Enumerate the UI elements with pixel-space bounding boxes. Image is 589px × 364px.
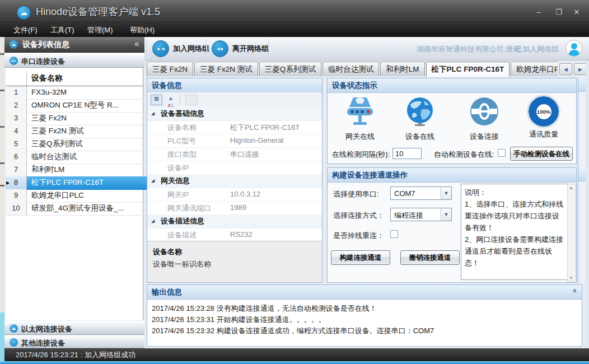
sidebar-title: 设备列表信息 — [22, 40, 69, 50]
other-section-label: 其他连接设备 — [21, 338, 65, 348]
property-pages-icon — [185, 95, 198, 105]
property-row[interactable]: 设备名称松下PLC FP0R-C16T — [147, 120, 322, 134]
property-description-text: 设备唯一标识名称 — [153, 259, 211, 269]
log-line: 2017/4/26 15:23:31 开始构建设备连接通道。。。。。 — [152, 314, 577, 325]
background-window-sliver — [0, 0, 4, 364]
tab-scroll-left-icon[interactable]: ◀ — [559, 63, 572, 75]
status-bar-text: 2017/4/26 15:23:21 : 加入网络组成功 — [16, 351, 135, 359]
tab-panasonic-fp0r[interactable]: 松下PLC FP0R-C16T — [426, 62, 510, 77]
property-row[interactable]: 网关通讯端口1989 — [147, 201, 322, 215]
channel-ops-panel: 构建设备连接通道操作 选择使用串口: COM7 ▼ 选择连接方式： 编程连接 ▼… — [327, 167, 577, 283]
gateway-icon — [344, 96, 376, 127]
toolbar-separator — [269, 39, 269, 58]
property-row[interactable]: 设备描述RS232 — [147, 228, 322, 242]
categorized-view-icon[interactable]: ⊞ — [151, 95, 162, 105]
output-collapse-icon[interactable]: » — [570, 289, 578, 293]
device-info-header: 设备信息 — [147, 78, 322, 93]
auto-check-label: 自动检测设备在线: — [434, 150, 494, 160]
reconnect-checkbox[interactable] — [390, 230, 398, 238]
serial-select-label: 选择使用串口: — [333, 189, 379, 199]
status-bar: 2017/4/26 15:23:21 : 加入网络组成功 — [4, 348, 589, 361]
join-network-button[interactable]: ►◄ 加入网络组 — [152, 40, 209, 57]
mode-select-combo[interactable]: 编程连接 ▼ — [390, 208, 452, 221]
toolbar-separator — [180, 95, 180, 105]
sidebar-section-serial[interactable]: ••• 串口连接设备 — [4, 53, 144, 68]
join-network-icon: ►◄ — [152, 40, 169, 57]
tab-omron[interactable]: 欧姆龙串口PLC — [511, 62, 558, 76]
minimize-button[interactable]: – — [531, 7, 546, 17]
connector-icon — [469, 96, 499, 127]
chevron-down-icon[interactable]: ▼ — [441, 187, 451, 199]
mode-combo-value: 编程连接 — [394, 211, 423, 221]
output-panel: 输出信息 » 2017/4/26 15:23:28 没有构建连接通道，无法自动检… — [147, 284, 582, 347]
property-description-title: 设备名称 — [153, 247, 182, 257]
property-row[interactable]: 接口类型串口连接 — [147, 147, 322, 161]
sidebar-section-ethernet[interactable]: ☁ 以太网连接设备 — [4, 321, 144, 335]
manual-check-button[interactable]: 手动检测设备在线 — [510, 147, 573, 161]
tab-mitsubishi-q[interactable]: 三菱Q系列测试 — [259, 62, 322, 76]
output-log: 2017/4/26 15:23:28 没有构建连接通道，无法自动检测设备是否在线… — [152, 303, 577, 337]
output-title: 输出信息 — [152, 287, 182, 297]
log-line: 2017/4/26 15:23:28 没有构建连接通道，无法自动检测设备是否在线… — [152, 303, 577, 314]
leave-network-icon: ◄► — [212, 40, 228, 57]
avatar-head-icon — [571, 43, 577, 49]
menu-tools[interactable]: 工具(T) — [50, 25, 74, 35]
property-row[interactable]: PLC型号Hignton-General — [147, 134, 322, 148]
menu-help[interactable]: 帮助(H) — [130, 25, 155, 35]
background-window-sliver-bottom — [0, 312, 4, 362]
selected-row-marker-icon: ▶ — [6, 180, 10, 185]
close-button[interactable]: ✕ — [569, 7, 585, 17]
device-info-title: 设备信息 — [152, 81, 182, 91]
channel-ops-title: 构建设备连接通道操作 — [332, 170, 408, 180]
device-online-indicator: 设备在线 — [392, 96, 448, 142]
scroll-up-icon[interactable]: ▲ — [569, 185, 573, 190]
chevron-down-icon[interactable]: ▼ — [441, 208, 451, 221]
ethernet-cloud-icon: ☁ — [10, 324, 18, 333]
tab-mitsubishi-fx2n-test[interactable]: 三菱 Fx2N 测试 — [194, 62, 258, 76]
app-logo-icon: ☁ — [17, 6, 31, 20]
leave-network-label: 离开网络组 — [232, 44, 269, 54]
maximize-button[interactable]: ❐ — [551, 7, 567, 17]
property-group[interactable]: ◢网关信息 — [147, 174, 322, 188]
quality-value: 100% — [536, 104, 551, 119]
revoke-channel-button[interactable]: 撤销连接通道 — [400, 250, 460, 265]
tab-hollysys-lm[interactable]: 和利时LM — [380, 62, 424, 76]
property-row[interactable]: 网关IP10.0.3.12 — [147, 188, 322, 202]
property-group[interactable]: ◢设备基础信息 — [147, 107, 322, 121]
tab-delta-temp[interactable]: 临时台达测试 — [322, 62, 379, 76]
network-status-text: 已加入网络组 — [515, 44, 559, 54]
comm-quality-indicator: 100% 通讯质量 — [516, 96, 572, 139]
tab-mitsubishi-fx2n[interactable]: 三菱 Fx2N — [147, 62, 193, 76]
device-online-label: 设备在线 — [392, 132, 448, 142]
serial-section-label: 串口连接设备 — [21, 57, 65, 67]
other-devices-icon: ◔ — [10, 338, 18, 347]
device-status-panel: 设备状态指示 网关在线 设备在线 — [327, 78, 577, 164]
sidebar-collapse-icon[interactable]: « — [134, 39, 139, 48]
leave-network-button[interactable]: ◄► 离开网络组 — [212, 40, 269, 57]
clipped-panel-header-sliver — [578, 78, 586, 92]
instructions-scrollbar[interactable]: ▲ ▼ — [567, 184, 576, 282]
scroll-down-icon[interactable]: ▼ — [569, 276, 573, 281]
window-title: Hinode设备管理客户端 v1.5 — [36, 5, 160, 18]
auto-check-checkbox[interactable] — [498, 149, 506, 157]
instructions-line: 1、选择串口、连接方式和掉线重连操作选项只对串口连接设备有效！ — [465, 198, 564, 234]
globe-icon — [405, 96, 435, 127]
menu-manage[interactable]: 管理(M) — [87, 25, 113, 35]
serial-select-combo[interactable]: COM7 ▼ — [390, 186, 452, 200]
device-name-column-header: 设备名称 — [31, 73, 63, 83]
sidebar-section-other[interactable]: ◔ 其他连接设备 — [4, 335, 144, 348]
property-row[interactable]: 设备IP — [147, 161, 322, 175]
property-group[interactable]: ◢设备描述信息 — [147, 214, 322, 228]
sort-az-icon[interactable]: AZ↓ — [164, 95, 177, 104]
property-description-box: 设备名称 设备唯一标识名称 — [147, 241, 322, 282]
interval-input[interactable] — [392, 148, 422, 159]
instructions-line: 说明： — [465, 186, 564, 198]
build-channel-button[interactable]: 构建连接通道 — [331, 250, 390, 265]
ethernet-section-label: 以太网连接设备 — [21, 324, 72, 334]
user-avatar[interactable] — [565, 40, 582, 57]
device-table: 设备名称 1FX3u-32M 2OMRON CP1E N型号 R... 3三菱 … — [6, 68, 143, 320]
device-info-panel: 设备信息 ⊞ AZ↓ ◢设备基础信息 设备名称松下PLC FP0R-C16T P… — [147, 78, 322, 283]
menu-file[interactable]: 文件(F) — [13, 25, 38, 35]
tab-scroll-right-icon[interactable]: ▶ — [574, 63, 587, 75]
device-connect-indicator: 设备连接 — [456, 96, 512, 142]
